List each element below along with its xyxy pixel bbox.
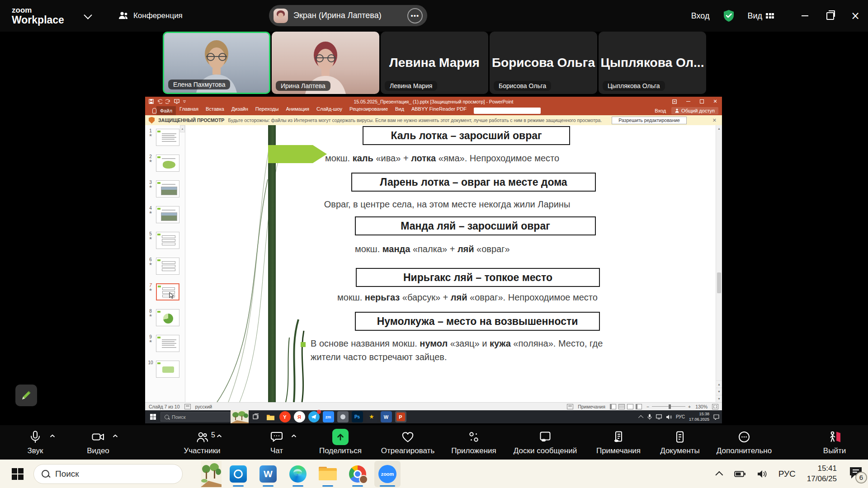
- reading-view-button[interactable]: [627, 404, 633, 409]
- file-explorer-icon[interactable]: [315, 461, 341, 487]
- word-icon[interactable]: W: [381, 411, 392, 422]
- spellcheck-icon[interactable]: [184, 404, 191, 409]
- taskbar-clock[interactable]: 15:41 17/06/25: [807, 464, 837, 483]
- slide-thumbnail-row[interactable]: 5★: [145, 231, 185, 257]
- zoom-slider[interactable]: −+: [646, 404, 691, 409]
- start-button[interactable]: [12, 468, 24, 480]
- shared-tray-chevron-icon[interactable]: [638, 415, 643, 420]
- speaker-icon[interactable]: [666, 414, 672, 420]
- slide-thumbnail-row[interactable]: 10: [145, 360, 185, 386]
- slide-thumbnail[interactable]: [156, 129, 179, 146]
- slide-sorter-view-button[interactable]: [618, 404, 625, 409]
- annotate-button[interactable]: [15, 385, 37, 406]
- edge-icon[interactable]: [285, 461, 311, 487]
- shared-notification-icon[interactable]: [713, 414, 719, 420]
- slide-thumbnail-row[interactable]: 6★: [145, 257, 185, 283]
- shared-taskbar-search[interactable]: Поиск: [160, 412, 231, 422]
- slide-thumbnail-row[interactable]: 4★: [145, 206, 185, 231]
- display-icon[interactable]: [656, 414, 662, 419]
- shared-start-button[interactable]: [145, 414, 160, 420]
- slide-thumbnail[interactable]: [156, 206, 179, 223]
- participant-tile[interactable]: Борисова ОльгаБорисова Ольга: [490, 32, 597, 94]
- slide-thumbnail[interactable]: [156, 180, 179, 197]
- slide-thumbnail-row[interactable]: 1★: [145, 128, 185, 154]
- powerpoint-taskbar-icon[interactable]: P: [395, 411, 406, 422]
- shared-screen-options-button[interactable]: •••: [407, 8, 423, 23]
- slide-thumbnail[interactable]: [156, 232, 179, 249]
- notification-center-icon[interactable]: 6: [848, 466, 863, 482]
- chrome-icon[interactable]: [344, 461, 371, 487]
- workspace-chevron-down-icon[interactable]: [84, 11, 92, 19]
- tellme-search-box[interactable]: [474, 108, 541, 114]
- taskbar-search-input[interactable]: Поиск: [33, 464, 183, 484]
- outlook-icon[interactable]: [225, 461, 251, 487]
- slide-canvas[interactable]: Каль лотка – заросший оврагмокш. каль «и…: [185, 125, 722, 402]
- slide-thumbnail[interactable]: [156, 155, 179, 172]
- speaker-icon[interactable]: [757, 470, 767, 478]
- video-button[interactable]: Видео: [60, 429, 137, 455]
- undo-icon[interactable]: [157, 99, 162, 104]
- slide-thumbnails-panel[interactable]: ▲ 1★2★3★4★5★6★7★8★9★10: [145, 125, 185, 402]
- desktop-tree-thumbnail[interactable]: [231, 410, 249, 423]
- ppt-restore-button[interactable]: [695, 97, 708, 106]
- ppt-menu-item[interactable]: Вставка: [202, 106, 228, 115]
- tray-chevron-icon[interactable]: [715, 471, 723, 479]
- share-screen-button[interactable]: Поделиться: [302, 429, 379, 455]
- shared-clock[interactable]: 15:38 17.06.2025: [689, 412, 709, 422]
- ppt-menu-item[interactable]: Переходы: [252, 106, 283, 115]
- app-icon[interactable]: [337, 411, 349, 422]
- participants-button[interactable]: 5Участники: [164, 429, 241, 455]
- slide-thumbnail[interactable]: [156, 361, 179, 378]
- slide-thumbnail[interactable]: [156, 283, 179, 300]
- slideshow-icon[interactable]: [174, 99, 179, 104]
- slide-thumbnail-row[interactable]: 7★: [145, 283, 185, 309]
- reactions-button[interactable]: Отреагировать: [369, 429, 446, 455]
- ppt-menu-item[interactable]: Слайд-шоу: [313, 106, 346, 115]
- ppt-menu-item[interactable]: Анимация: [282, 106, 313, 115]
- ribbon-display-options-icon[interactable]: [668, 97, 681, 106]
- chevron-up-icon[interactable]: [113, 434, 118, 438]
- shared-language-indicator[interactable]: РУС: [676, 414, 685, 419]
- thumbs-scroll-up[interactable]: ▲: [180, 125, 185, 132]
- mic-icon[interactable]: [647, 414, 652, 420]
- next-slide-button[interactable]: ▼: [716, 388, 722, 395]
- chevron-up-icon[interactable]: [50, 434, 55, 438]
- shared-screen-pill[interactable]: Экран (Ирина Лаптева) •••: [269, 5, 427, 26]
- messenger-icon[interactable]: [308, 411, 320, 422]
- vertical-scrollbar[interactable]: ▲ ▲ ▼ ▼: [716, 125, 722, 402]
- window-close-button[interactable]: ×: [843, 0, 868, 32]
- normal-view-button[interactable]: [610, 404, 616, 409]
- ppt-menu-item[interactable]: Дизайн: [228, 106, 252, 115]
- language-indicator[interactable]: РУС: [778, 469, 796, 479]
- ppt-menu-file[interactable]: Файл: [156, 106, 176, 115]
- scroll-down-arrow[interactable]: ▼: [716, 395, 722, 402]
- notes-toggle[interactable]: Примечания: [578, 404, 605, 409]
- enable-editing-button[interactable]: Разрешить редактирование: [612, 117, 687, 124]
- language-label[interactable]: русский: [195, 404, 212, 409]
- slide-thumbnail-row[interactable]: 8★: [145, 309, 185, 334]
- banner-close-icon[interactable]: ✕: [712, 117, 718, 123]
- chevron-up-icon[interactable]: [291, 434, 297, 438]
- ppt-signin-label[interactable]: Вход: [655, 108, 666, 113]
- window-restore-button[interactable]: [817, 0, 843, 32]
- slide-thumbnail-row[interactable]: 3★: [145, 180, 185, 206]
- apps-button[interactable]: Приложения: [435, 429, 512, 455]
- fit-to-window-icon[interactable]: [712, 404, 718, 409]
- ppt-menu-item[interactable]: Вид: [392, 106, 408, 115]
- participant-tile[interactable]: Елена Пахмутова: [163, 32, 270, 94]
- ppt-menu-item[interactable]: Главная: [176, 106, 202, 115]
- battery-icon[interactable]: [734, 470, 746, 478]
- tab-conference[interactable]: Конференция: [118, 11, 183, 21]
- ppt-close-button[interactable]: ✕: [708, 97, 722, 106]
- security-shield-icon[interactable]: [723, 9, 735, 22]
- slide-thumbnail[interactable]: [156, 258, 179, 275]
- scroll-up-arrow[interactable]: ▲: [716, 125, 722, 132]
- ppt-menu-item[interactable]: Рецензирование: [346, 106, 392, 115]
- slide-thumbnail[interactable]: [156, 335, 179, 352]
- ppt-menu-item[interactable]: ABBYY FineReader PDF: [408, 106, 470, 115]
- signin-button[interactable]: Вход: [691, 11, 710, 21]
- save-icon[interactable]: [149, 99, 154, 104]
- slideshow-view-button[interactable]: [636, 404, 642, 409]
- slide-thumbnail-row[interactable]: 9★: [145, 334, 185, 360]
- photoshop-icon[interactable]: Ps: [352, 411, 363, 422]
